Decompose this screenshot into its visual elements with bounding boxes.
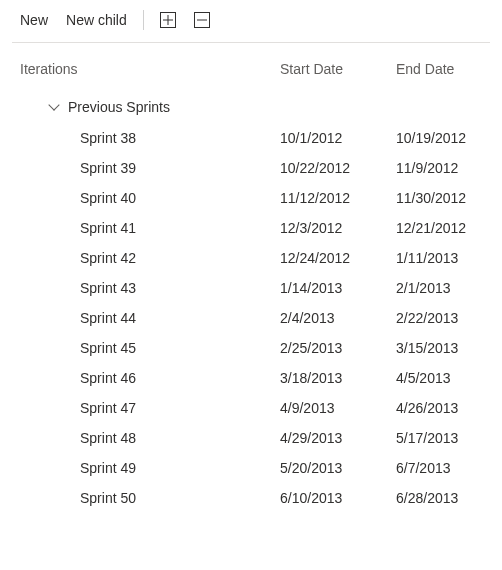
start-date: 4/29/2013 <box>280 430 396 446</box>
iteration-name: Sprint 42 <box>20 250 280 266</box>
group-previous-sprints[interactable]: Previous Sprints <box>12 93 490 123</box>
iteration-name: Sprint 49 <box>20 460 280 476</box>
start-date: 11/12/2012 <box>280 190 396 206</box>
end-date: 2/1/2013 <box>396 280 490 296</box>
table-row[interactable]: Sprint 431/14/20132/1/2013 <box>12 273 490 303</box>
iteration-name: Sprint 46 <box>20 370 280 386</box>
table-row[interactable]: Sprint 452/25/20133/15/2013 <box>12 333 490 363</box>
end-date: 4/26/2013 <box>396 400 490 416</box>
table-row[interactable]: Sprint 3810/1/201210/19/2012 <box>12 123 490 153</box>
toolbar: New New child <box>0 0 502 42</box>
table-row[interactable]: Sprint 4112/3/201212/21/2012 <box>12 213 490 243</box>
iteration-name: Sprint 41 <box>20 220 280 236</box>
table-row[interactable]: Sprint 506/10/20136/28/2013 <box>12 483 490 513</box>
toolbar-divider <box>12 42 490 43</box>
group-label: Previous Sprints <box>68 99 170 115</box>
new-button[interactable]: New <box>20 12 48 28</box>
start-date: 5/20/2013 <box>280 460 396 476</box>
start-date: 1/14/2013 <box>280 280 396 296</box>
end-date: 10/19/2012 <box>396 130 490 146</box>
start-date: 12/24/2012 <box>280 250 396 266</box>
iteration-name: Sprint 47 <box>20 400 280 416</box>
iteration-name: Sprint 38 <box>20 130 280 146</box>
table-row[interactable]: Sprint 495/20/20136/7/2013 <box>12 453 490 483</box>
table-row[interactable]: Sprint 4212/24/20121/11/2013 <box>12 243 490 273</box>
iteration-name: Sprint 44 <box>20 310 280 326</box>
start-date: 12/3/2012 <box>280 220 396 236</box>
column-header-end-date[interactable]: End Date <box>396 61 482 77</box>
column-header-iterations[interactable]: Iterations <box>20 61 280 77</box>
table-row[interactable]: Sprint 463/18/20134/5/2013 <box>12 363 490 393</box>
start-date: 2/4/2013 <box>280 310 396 326</box>
iteration-name: Sprint 39 <box>20 160 280 176</box>
iteration-name: Sprint 40 <box>20 190 280 206</box>
collapse-all-icon[interactable] <box>194 12 210 28</box>
expand-all-icon[interactable] <box>160 12 176 28</box>
end-date: 1/11/2013 <box>396 250 490 266</box>
end-date: 3/15/2013 <box>396 340 490 356</box>
toolbar-separator <box>143 10 144 30</box>
column-header-start-date[interactable]: Start Date <box>280 61 396 77</box>
table-row[interactable]: Sprint 4011/12/201211/30/2012 <box>12 183 490 213</box>
end-date: 6/7/2013 <box>396 460 490 476</box>
table-row[interactable]: Sprint 474/9/20134/26/2013 <box>12 393 490 423</box>
end-date: 2/22/2013 <box>396 310 490 326</box>
start-date: 3/18/2013 <box>280 370 396 386</box>
iterations-grid: Iterations Start Date End Date Previous … <box>0 51 502 513</box>
sprint-rows: Sprint 3810/1/201210/19/2012Sprint 3910/… <box>12 123 490 513</box>
end-date: 11/30/2012 <box>396 190 490 206</box>
start-date: 4/9/2013 <box>280 400 396 416</box>
table-row[interactable]: Sprint 484/29/20135/17/2013 <box>12 423 490 453</box>
iteration-name: Sprint 43 <box>20 280 280 296</box>
start-date: 2/25/2013 <box>280 340 396 356</box>
grid-header: Iterations Start Date End Date <box>12 51 490 93</box>
iteration-name: Sprint 45 <box>20 340 280 356</box>
end-date: 5/17/2013 <box>396 430 490 446</box>
end-date: 11/9/2012 <box>396 160 490 176</box>
start-date: 10/1/2012 <box>280 130 396 146</box>
start-date: 6/10/2013 <box>280 490 396 506</box>
start-date: 10/22/2012 <box>280 160 396 176</box>
chevron-down-icon <box>48 99 59 110</box>
iteration-name: Sprint 50 <box>20 490 280 506</box>
end-date: 12/21/2012 <box>396 220 490 236</box>
end-date: 6/28/2013 <box>396 490 490 506</box>
end-date: 4/5/2013 <box>396 370 490 386</box>
new-child-button[interactable]: New child <box>66 12 127 28</box>
table-row[interactable]: Sprint 442/4/20132/22/2013 <box>12 303 490 333</box>
table-row[interactable]: Sprint 3910/22/201211/9/2012 <box>12 153 490 183</box>
iteration-name: Sprint 48 <box>20 430 280 446</box>
